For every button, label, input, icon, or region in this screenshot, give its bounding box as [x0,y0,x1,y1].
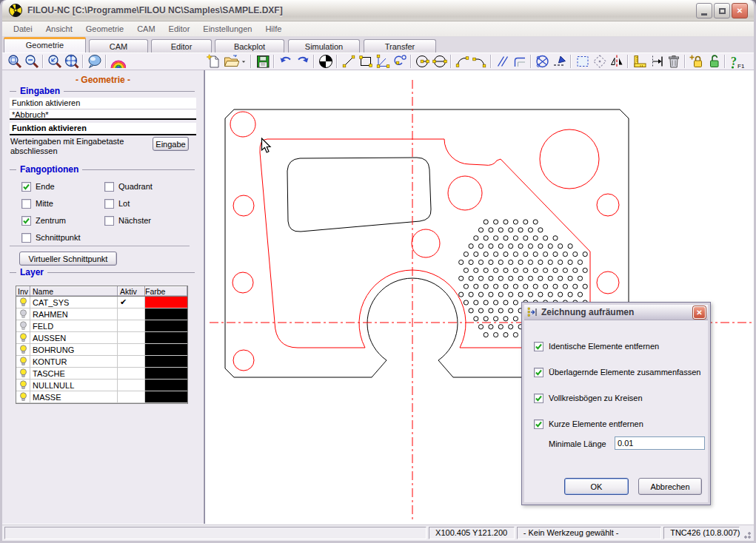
bulb-on-icon[interactable] [16,368,30,379]
dialog-option-1[interactable]: Identische Elemente entfernen [534,341,659,351]
layer-row-cat_sys[interactable]: CAT_SYS✔ [16,297,187,308]
menu-hilfe[interactable]: Hilfe [258,23,288,35]
layer-name[interactable]: MASSE [30,391,118,402]
layer-color-cell[interactable] [145,344,187,355]
bulb-off-icon[interactable] [16,320,30,331]
dialog-option-2[interactable]: Überlagernde Elemente zusammenfassen [534,367,700,377]
zoom-out-icon[interactable] [23,53,40,70]
tab-backplot[interactable]: Backplot [215,39,284,53]
layer-color-cell[interactable] [145,320,187,331]
dialog-title-bar[interactable]: Zeichnung aufräumen ✕ [524,305,708,320]
snap-option-lot[interactable]: Lot [104,198,192,209]
bulb-on-icon[interactable] [16,356,30,367]
circle-quadrant-icon[interactable] [317,53,334,70]
column-header-name[interactable]: Name [30,286,118,296]
parallel-icon[interactable] [494,53,511,70]
layer-active-flag[interactable] [118,332,145,343]
layer-name[interactable]: AUSSEN [30,332,118,343]
active-prompt[interactable]: Funktion aktivieren [10,123,196,135]
layer-color-cell[interactable] [145,368,187,379]
tab-editor[interactable]: Editor [151,39,212,53]
layer-row-nullnull[interactable]: NULLNULL [16,380,187,391]
arc-3point-icon[interactable] [454,53,471,70]
snap-option-nächster[interactable]: Nächster [104,215,192,226]
menu-editor[interactable]: Editor [162,23,197,35]
draw-rectangle-icon[interactable] [357,53,374,70]
layer-name[interactable]: BOHRUNG [30,344,118,355]
draw-angle-icon[interactable] [374,53,391,70]
open-file-icon[interactable] [222,53,239,70]
dropdown-arrow-icon[interactable] [239,53,248,70]
cancel-button[interactable]: Abbrechen [638,478,702,495]
tab-geometrie[interactable]: Geometrie [4,37,86,53]
zoom-extents-icon[interactable] [63,53,80,70]
layer-row-feld[interactable]: FELD [16,320,187,332]
trim-scissors-icon[interactable] [534,53,551,70]
bulb-on-icon[interactable] [16,297,30,308]
circle-radius-icon[interactable] [414,53,431,70]
layer-active-flag[interactable] [118,308,145,320]
layer-active-flag[interactable]: ✔ [118,297,145,308]
layer-row-tasche[interactable]: TASCHE [16,368,187,380]
menu-geometrie[interactable]: Geometrie [79,23,130,35]
checkbox-unchecked[interactable] [104,216,114,226]
layer-color-cell[interactable] [145,332,187,343]
mirror-icon[interactable] [608,53,625,70]
help-f1-icon[interactable]: ?F1 [728,53,745,70]
tab-simulation[interactable]: Simulation [288,39,360,53]
ok-button[interactable]: OK [564,478,629,495]
snap-option-mitte[interactable]: Mitte [21,198,104,209]
input-history-row[interactable]: *Abbruch* [10,109,196,120]
zoom-window-icon[interactable] [6,53,23,70]
tab-cam[interactable]: CAM [89,39,148,53]
menu-datei[interactable]: Datei [7,23,39,35]
bulb-off-icon[interactable] [16,308,30,320]
circle-diameter-icon[interactable] [431,53,448,70]
dialog-option-4[interactable]: Kurze Elemente entfernen [534,419,643,429]
layer-color-cell[interactable] [145,391,187,402]
layer-color-cell[interactable] [145,297,187,308]
unlock-icon[interactable] [705,53,722,70]
virtual-intersection-button[interactable]: Virtueller Schnittpunkt [19,252,117,266]
maximize-button[interactable] [714,3,730,18]
rotate-icon[interactable] [591,53,608,70]
bulb-on-icon[interactable] [16,344,30,355]
layer-row-masse[interactable]: MASSE [16,391,187,403]
dialog-close-button[interactable]: ✕ [693,306,706,319]
layer-active-flag[interactable] [118,320,145,331]
bulb-on-icon[interactable] [16,380,30,391]
layer-name[interactable]: FELD [30,320,118,331]
redo-icon[interactable] [294,53,311,70]
close-button[interactable]: ✕ [732,3,748,18]
layer-row-rahmen[interactable]: RAHMEN [16,308,187,320]
bulb-on-icon[interactable] [16,332,30,343]
column-header-farbe[interactable]: Farbe [145,286,187,296]
circle-by-points-icon[interactable] [391,53,408,70]
layer-color-cell[interactable] [145,356,187,367]
layer-row-aussen[interactable]: AUSSEN [16,332,187,344]
layer-active-flag[interactable] [118,356,145,367]
new-file-icon[interactable] [205,53,222,70]
snap-option-quadrant[interactable]: Quadrant [104,181,192,192]
checkbox-unchecked[interactable] [21,199,31,209]
layer-name[interactable]: CAT_SYS [30,297,118,308]
corner-fillet-icon[interactable] [511,53,528,70]
checkbox-checked[interactable] [534,368,543,377]
dialog-option-3[interactable]: Vollkreisbögen zu Kreisen [534,393,643,403]
layer-name[interactable]: KONTUR [30,356,118,367]
minimize-button[interactable] [696,3,712,18]
move-measure-icon[interactable] [648,53,665,70]
menu-ansicht[interactable]: Ansicht [39,23,79,35]
save-icon[interactable] [254,53,271,70]
layer-name[interactable]: TASCHE [30,368,118,379]
layer-color-cell[interactable] [145,380,187,391]
snap-option-zentrum[interactable]: Zentrum [21,215,104,226]
snap-option-ende[interactable]: Ende [21,181,104,192]
input-history-row[interactable]: Funktion aktivieren [10,98,196,109]
tab-transfer[interactable]: Transfer [364,39,436,53]
layer-row-kontur[interactable]: KONTUR [16,356,187,368]
checkbox-unchecked[interactable] [21,233,31,243]
layer-name[interactable]: RAHMEN [30,308,118,320]
checkbox-checked[interactable] [21,182,31,192]
menu-cam[interactable]: CAM [130,23,161,35]
